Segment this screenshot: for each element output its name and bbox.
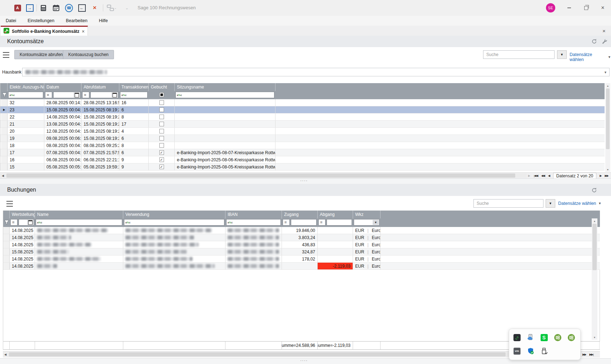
- checkbox-unchecked[interactable]: [159, 122, 164, 126]
- table-row[interactable]: 1606.08.2025 00:04:3906.08.2025 22:21:18…: [0, 156, 605, 163]
- checkbox-checked[interactable]: ✓: [159, 157, 164, 162]
- table-row[interactable]: 2214.08.2025 00:04:2915.08.2025 08:19:21…: [0, 113, 605, 121]
- column-header-transaktionen[interactable]: Transaktionen: [119, 83, 149, 91]
- checkbox-unchecked[interactable]: [159, 107, 164, 112]
- scroll-right-icon[interactable]: ▶: [528, 173, 530, 178]
- scroll-down-icon[interactable]: ▼: [592, 335, 597, 340]
- hausbank-select[interactable]: ▼: [22, 68, 610, 76]
- menu-item-einstellungen[interactable]: Einstellungen: [22, 18, 60, 23]
- column-header-gebucht[interactable]: Gebucht: [149, 83, 175, 91]
- table-row[interactable]: 15.08.2025324,87EUR|Euro: [3, 248, 600, 256]
- transaktionen-filter-input[interactable]: a%c: [120, 92, 148, 98]
- checkbox-unchecked[interactable]: [159, 143, 164, 148]
- close-button[interactable]: ×: [597, 4, 608, 11]
- back-icon[interactable]: ←: [78, 4, 86, 12]
- checkbox-checked[interactable]: ✓: [159, 165, 164, 169]
- wertstellung-filter-operator[interactable]: =: [10, 219, 18, 226]
- server-cloud-icon[interactable]: [527, 334, 534, 341]
- panel-menu-icon[interactable]: [6, 201, 13, 207]
- equalizer-icon-2[interactable]: [567, 334, 575, 341]
- tab-kontoumsaetze[interactable]: Softfolio e-Banking Kontoumsätze ×: [1, 26, 88, 36]
- table-row[interactable]: 1909.08.2025 00:06:2315.08.2025 08:19:21…: [0, 135, 605, 142]
- sage-icon[interactable]: S: [540, 334, 548, 341]
- search-input[interactable]: [473, 199, 543, 208]
- scroll-left-icon[interactable]: ◀: [2, 173, 4, 178]
- tabbar-close-icon[interactable]: ×: [602, 28, 606, 34]
- name-filter-input[interactable]: a%c: [36, 219, 122, 226]
- column-header-name[interactable]: Name: [35, 211, 123, 218]
- abgang-filter-input[interactable]: [327, 219, 352, 226]
- table-row[interactable]: 14.08.2025-2.119,03EUR|Euro: [3, 263, 600, 270]
- menu-item-bearbeiten[interactable]: Bearbeiten: [60, 18, 93, 23]
- toolbar-overflow-icon[interactable]: ⌄: [123, 4, 131, 12]
- vertical-scrollbar[interactable]: ▲ ▼: [592, 218, 597, 340]
- datensaetze-waehlen-button[interactable]: Datensätze wählen▼: [570, 52, 611, 62]
- delete-icon[interactable]: ×: [91, 4, 99, 12]
- column-header-wertstellung[interactable]: Wertstellung: [10, 211, 35, 218]
- minimize-button[interactable]: [564, 4, 575, 11]
- abrufdatum-filter-operator[interactable]: =: [82, 92, 89, 98]
- column-header-abrufdatum[interactable]: Abrufdatum: [81, 83, 119, 91]
- next-record-button[interactable]: ▶: [600, 174, 601, 177]
- table-row[interactable]: 1707.08.2025 00:04:3907.08.2025 21:57:56…: [0, 149, 605, 156]
- menu-item-hilfe[interactable]: Hilfe: [93, 18, 114, 23]
- column-header-iban[interactable]: IBAN: [225, 211, 282, 218]
- table-row[interactable]: 1808.08.2025 00:04:2608.08.2025 09:25:20…: [0, 142, 605, 149]
- menu-item-datei[interactable]: Datei: [0, 18, 22, 23]
- prev-page-button[interactable]: ◀◀: [541, 174, 545, 177]
- panel-menu-icon[interactable]: [3, 52, 9, 58]
- zugang-filter-operator[interactable]: =: [283, 219, 290, 226]
- checkbox-unchecked[interactable]: [159, 129, 164, 133]
- verwendung-filter-input[interactable]: a%c: [124, 219, 224, 226]
- export-icon[interactable]: →: [26, 4, 34, 12]
- phone-icon[interactable]: ☎: [65, 4, 73, 12]
- scroll-down-icon[interactable]: ▼: [605, 167, 610, 172]
- kontoumsaetze-abrufen-button[interactable]: Kontoumsätze abrufen: [14, 50, 68, 59]
- workflow-icon[interactable]: ⌄: [106, 4, 118, 12]
- table-row[interactable]: 2012.08.2025 00:04:3115.08.2025 08:19:21…: [0, 128, 605, 135]
- iban-filter-input[interactable]: a%c: [226, 219, 281, 226]
- calendar-icon[interactable]: [52, 4, 60, 12]
- last-record-button[interactable]: ▶▶|: [589, 353, 593, 356]
- table-row[interactable]: 3228.08.2025 00:14:1228.08.2025 13:16:57…: [0, 99, 605, 106]
- column-header-nr[interactable]: Elektr. Auszugs-Nr.: [8, 83, 44, 91]
- filter-dropdown-button[interactable]: ▼: [557, 50, 567, 59]
- table-row[interactable]: 2113.08.2025 00:04:2415.08.2025 08:19:21…: [0, 121, 605, 128]
- zugang-filter-input[interactable]: [291, 219, 317, 226]
- wrench-icon[interactable]: [601, 38, 607, 45]
- checkbox-unchecked[interactable]: [159, 100, 164, 105]
- nr-filter-input[interactable]: a%c: [8, 92, 43, 98]
- kontoauszug-buchen-button[interactable]: Kontoauszug buchen: [63, 50, 114, 59]
- table-row[interactable]: 14.08.2025436,83EUR|Euro: [3, 241, 600, 248]
- usb-icon[interactable]: [540, 347, 548, 355]
- scroll-left-icon[interactable]: ◀: [4, 352, 6, 357]
- column-header-sel[interactable]: [3, 211, 10, 218]
- next-page-button[interactable]: ▶▶: [582, 353, 586, 356]
- table-row[interactable]: ▶2315.08.2025 00:04:3215.08.2025 08:19:2…: [0, 106, 605, 113]
- windows-security-icon[interactable]: [527, 347, 534, 355]
- checkbox-checked[interactable]: ✓: [159, 150, 164, 155]
- column-header-sel[interactable]: [1, 83, 8, 91]
- filter-funnel-icon[interactable]: [2, 92, 7, 98]
- table-row[interactable]: 1505.08.2025 00:05:0805.08.2025 19:59:18…: [0, 163, 605, 171]
- column-header-verwendung[interactable]: Verwendung: [123, 211, 225, 218]
- table-row[interactable]: 14.08.2025178,02EUR|Euro: [3, 256, 600, 263]
- datum-filter-operator[interactable]: =: [45, 92, 52, 98]
- first-record-button[interactable]: |◀◀: [534, 174, 538, 177]
- abrufdatum-filter-input[interactable]: [90, 92, 118, 98]
- app-dark-icon[interactable]: [513, 334, 521, 341]
- calculator-icon[interactable]: [39, 4, 47, 12]
- user-avatar[interactable]: SE: [546, 3, 555, 12]
- next-page-button[interactable]: ▶▶: [605, 174, 608, 177]
- gebucht-filter-checkbox[interactable]: [159, 92, 164, 97]
- refresh-icon[interactable]: [591, 187, 597, 193]
- abgang-filter-operator[interactable]: =: [318, 219, 326, 226]
- search-input[interactable]: [483, 50, 555, 59]
- calendar-picker-icon[interactable]: [27, 220, 33, 225]
- column-header-abgang[interactable]: Abgang: [318, 211, 353, 218]
- calendar-picker-icon[interactable]: [74, 92, 80, 97]
- column-header-zugang[interactable]: Zugang: [282, 211, 318, 218]
- sitzungsname-filter-input[interactable]: a%c: [175, 92, 274, 98]
- filter-dropdown-button[interactable]: ▼: [546, 199, 555, 208]
- tab-close-icon[interactable]: ×: [82, 29, 85, 34]
